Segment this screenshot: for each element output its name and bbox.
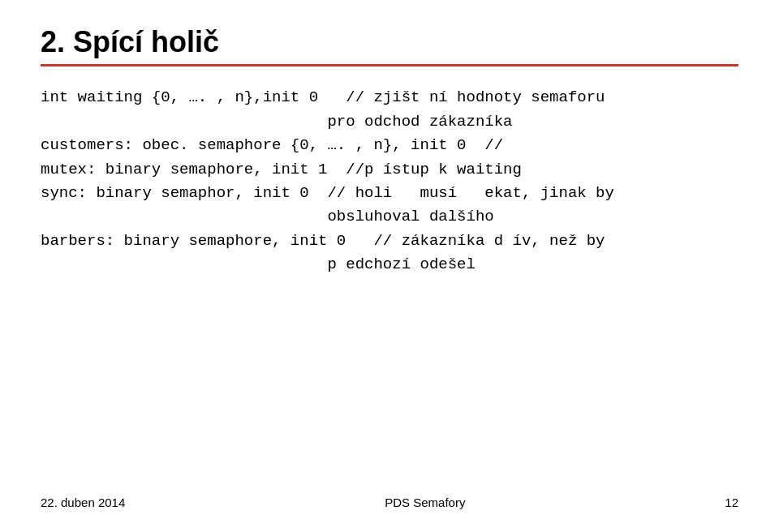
footer-page: 12	[725, 496, 738, 509]
code-block: int waiting {0, …. , n},init 0 // zjišt …	[41, 86, 738, 277]
title-section: 2. Spící holič	[41, 24, 738, 66]
slide-container: 2. Spící holič int waiting {0, …. , n},i…	[0, 0, 779, 532]
footer-subtitle: PDS Semafory	[385, 496, 465, 509]
slide-title: 2. Spící holič	[41, 24, 738, 59]
footer: 22. duben 2014 PDS Semafory 12	[41, 496, 738, 509]
title-underline	[41, 64, 738, 66]
footer-date: 22. duben 2014	[41, 496, 125, 509]
